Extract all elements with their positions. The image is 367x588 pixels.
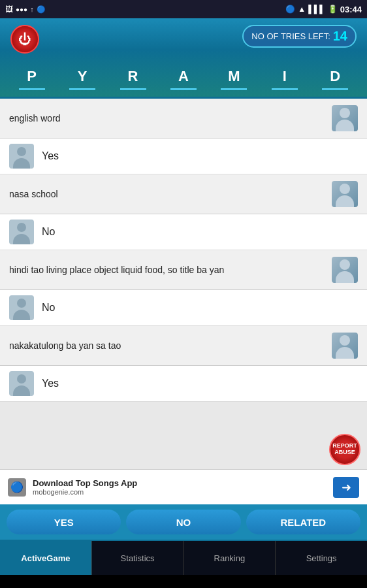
question-3-avatar	[332, 257, 358, 283]
letter-d: D	[322, 64, 348, 90]
wifi-icon: ▲	[298, 5, 306, 14]
answer-3: No	[0, 290, 367, 326]
answer-3-text: No	[42, 302, 55, 314]
answer-2: No	[0, 214, 367, 250]
letter-y: Y	[69, 64, 95, 90]
ad-logo-icon: 🔵	[10, 481, 24, 493]
nav-label-activegame: ActiveGame	[21, 553, 70, 563]
status-icons-left: 🖼 ●●● ↑ 🔵	[5, 5, 46, 14]
letter-m: M	[221, 64, 247, 90]
nav-item-settings[interactable]: Settings	[276, 541, 367, 575]
battery-icon: 🔋	[328, 5, 338, 14]
letter-a: A	[170, 64, 197, 90]
tries-badge: NO OF TRIES LEFT: 14	[242, 25, 357, 48]
question-4-avatar	[332, 333, 358, 359]
pyramid-letters-row: P Y R A M I D	[0, 64, 367, 90]
nav-item-activegame[interactable]: ActiveGame	[0, 541, 92, 575]
question-4: nakakatulong ba yan sa tao	[0, 326, 367, 366]
power-button[interactable]: ⏻	[10, 25, 39, 54]
question-4-text: nakakatulong ba yan sa tao	[9, 340, 332, 351]
header: ⏻ NO OF TRIES LEFT: 14 P Y R A M I D	[0, 18, 367, 97]
letter-p: P	[19, 64, 45, 90]
answer-4-text: Yes	[42, 378, 59, 389]
download-icon: 🔵	[37, 5, 46, 14]
answer-1-text: Yes	[42, 150, 59, 162]
status-icons-right: 🔵 ▲ ▌▌▌ 🔋 03:44	[285, 5, 362, 14]
arrow-right-icon: ➜	[342, 480, 351, 495]
nav-label-ranking: Ranking	[214, 553, 246, 563]
related-button[interactable]: RELATED	[246, 510, 360, 534]
signal-bars-icon: ▌▌▌	[308, 5, 325, 14]
yes-button[interactable]: YES	[7, 510, 121, 534]
ad-icon: 🔵	[8, 478, 26, 497]
ad-title: Download Top Songs App	[33, 478, 327, 488]
nav-label-settings: Settings	[306, 553, 337, 563]
signal-icon: ●●●	[16, 6, 27, 13]
letter-i: I	[272, 64, 298, 90]
status-time: 03:44	[340, 5, 362, 14]
nav-item-statistics[interactable]: Statistics	[92, 541, 184, 575]
answer-4-avatar	[9, 371, 34, 396]
tries-count: 14	[333, 29, 347, 44]
ad-subtitle: mobogenie.com	[33, 488, 327, 496]
question-1: english word	[0, 99, 367, 139]
no-button[interactable]: NO	[126, 510, 240, 534]
question-2-avatar	[332, 181, 358, 207]
report-abuse-label: REPORTABUSE	[332, 443, 357, 456]
nav-item-ranking[interactable]: Ranking	[184, 541, 276, 575]
ad-banner[interactable]: 🔵 Download Top Songs App mobogenie.com ➜	[0, 469, 367, 504]
tries-label: NO OF TRIES LEFT:	[251, 31, 330, 41]
chat-content: english word Yes nasa school No hindi ta…	[0, 97, 367, 469]
question-3-text: hindi tao living place object liquid foo…	[9, 265, 332, 275]
answer-1: Yes	[0, 139, 367, 174]
answer-2-text: No	[42, 226, 55, 238]
bluetooth-icon: 🔵	[285, 5, 295, 14]
camera-icon: 🖼	[5, 5, 13, 14]
answer-4: Yes	[0, 366, 367, 402]
question-2: nasa school	[0, 174, 367, 214]
ad-arrow-button[interactable]: ➜	[333, 477, 359, 498]
nav-label-statistics: Statistics	[121, 553, 155, 563]
ad-text-block: Download Top Songs App mobogenie.com	[33, 478, 327, 496]
answer-3-avatar	[9, 295, 34, 320]
action-buttons-bar: YES NO RELATED	[0, 504, 367, 540]
upload-icon: ↑	[30, 5, 34, 13]
letter-r: R	[120, 64, 146, 90]
report-abuse-button[interactable]: REPORTABUSE	[329, 434, 360, 465]
question-1-text: english word	[9, 113, 332, 123]
question-3: hindi tao living place object liquid foo…	[0, 250, 367, 290]
answer-2-avatar	[9, 220, 34, 244]
status-bar: 🖼 ●●● ↑ 🔵 🔵 ▲ ▌▌▌ 🔋 03:44	[0, 0, 367, 18]
power-icon: ⏻	[18, 32, 31, 47]
question-2-text: nasa school	[9, 189, 332, 199]
question-1-avatar	[332, 105, 358, 131]
answer-1-avatar	[9, 144, 34, 169]
bottom-nav: ActiveGame Statistics Ranking Settings	[0, 540, 367, 575]
